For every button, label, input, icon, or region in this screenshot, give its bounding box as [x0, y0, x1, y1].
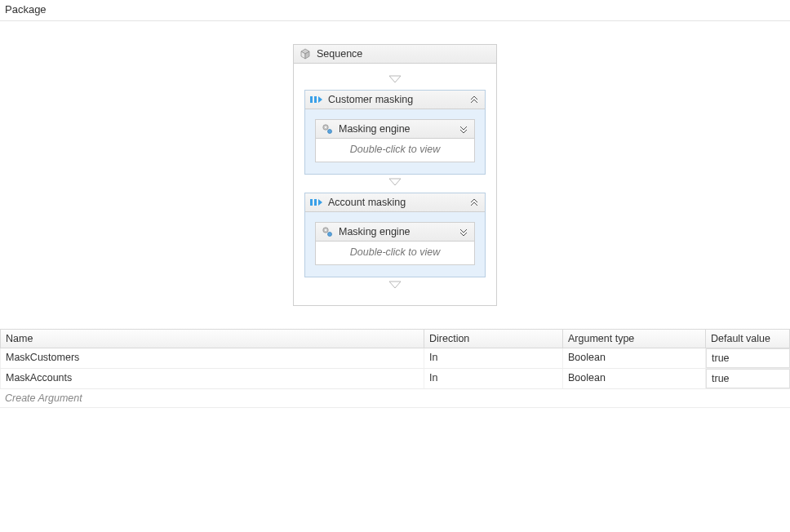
- col-type[interactable]: Argument type: [563, 330, 706, 348]
- sequence-container[interactable]: Sequence Customer masking: [293, 44, 497, 306]
- collapse-icon[interactable]: [468, 197, 480, 208]
- svg-rect-11: [310, 199, 313, 206]
- activity-title: Account masking: [328, 197, 406, 208]
- workflow-designer: Sequence Customer masking: [0, 21, 790, 329]
- sequence-body: Customer masking: [294, 64, 496, 305]
- sequence-icon: [299, 47, 312, 60]
- argument-default[interactable]: true: [706, 369, 790, 388]
- svg-marker-10: [389, 179, 401, 185]
- inner-activity-hint[interactable]: Double-click to view: [316, 242, 474, 264]
- svg-marker-17: [389, 282, 401, 288]
- collapse-icon[interactable]: [468, 94, 480, 105]
- activity-body: Masking engine Double-click to view: [305, 212, 485, 277]
- svg-point-15: [325, 229, 326, 231]
- activity-header[interactable]: Account masking: [305, 193, 485, 212]
- activity-customer-masking[interactable]: Customer masking: [304, 90, 486, 175]
- argument-row[interactable]: MaskCustomers In Boolean true: [0, 348, 790, 369]
- argument-direction[interactable]: In: [424, 369, 563, 388]
- col-name[interactable]: Name: [0, 330, 424, 348]
- svg-point-16: [328, 233, 332, 237]
- inner-activity-header[interactable]: Masking engine: [316, 223, 474, 242]
- activity-header[interactable]: Customer masking: [305, 91, 485, 109]
- argument-name[interactable]: MaskAccounts: [0, 369, 424, 388]
- inner-activity-hint[interactable]: Double-click to view: [316, 139, 474, 162]
- inner-activity-title: Masking engine: [339, 226, 411, 237]
- argument-default[interactable]: true: [706, 348, 790, 368]
- activity-account-masking[interactable]: Account masking: [304, 193, 486, 277]
- sequence-label: Sequence: [317, 48, 362, 60]
- col-direction[interactable]: Direction: [424, 330, 563, 348]
- activity-body: Masking engine Double-click to view: [305, 109, 485, 174]
- svg-marker-3: [389, 76, 401, 82]
- drop-indicator[interactable]: [388, 72, 402, 90]
- argument-name[interactable]: MaskCustomers: [0, 348, 424, 368]
- activity-title: Customer masking: [328, 94, 413, 105]
- arguments-panel: Name Direction Argument type Default val…: [0, 329, 790, 408]
- arguments-header-row: Name Direction Argument type Default val…: [0, 329, 790, 348]
- inner-activity-masking-engine[interactable]: Masking engine Double-click to view: [315, 222, 475, 265]
- svg-marker-13: [318, 199, 322, 206]
- drop-indicator[interactable]: [388, 277, 402, 295]
- svg-marker-6: [318, 96, 322, 103]
- create-argument[interactable]: Create Argument: [0, 389, 790, 408]
- argument-direction[interactable]: In: [424, 348, 563, 368]
- inner-activity-title: Masking engine: [339, 123, 411, 135]
- argument-row[interactable]: MaskAccounts In Boolean true: [0, 369, 790, 389]
- svg-rect-5: [314, 96, 317, 103]
- expand-icon[interactable]: [458, 226, 469, 237]
- gear-icon: [321, 225, 334, 238]
- inner-activity-masking-engine[interactable]: Masking engine Double-click to view: [315, 119, 475, 162]
- svg-rect-12: [314, 199, 317, 206]
- argument-type[interactable]: Boolean: [563, 348, 706, 368]
- parallel-icon: [310, 93, 323, 106]
- argument-type[interactable]: Boolean: [563, 369, 706, 388]
- sequence-header[interactable]: Sequence: [294, 45, 496, 64]
- expand-icon[interactable]: [458, 123, 469, 135]
- page-title: Package: [0, 0, 790, 21]
- gear-icon: [321, 122, 334, 135]
- svg-point-8: [325, 126, 326, 128]
- drop-indicator[interactable]: [388, 175, 402, 193]
- svg-rect-4: [310, 96, 313, 103]
- inner-activity-header[interactable]: Masking engine: [316, 120, 474, 139]
- col-default[interactable]: Default value: [706, 330, 790, 348]
- parallel-icon: [310, 196, 323, 209]
- svg-point-9: [328, 130, 332, 134]
